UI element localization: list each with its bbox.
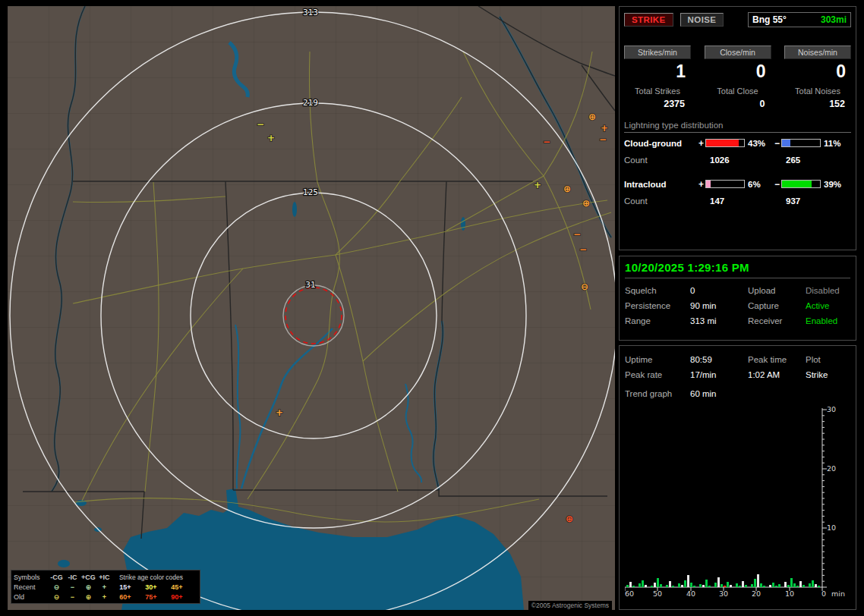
strike-marker: +: [267, 133, 275, 143]
total-close-value: 0: [705, 99, 771, 109]
ic-positive-bar: [705, 180, 745, 188]
upload-status: Disabled: [806, 283, 850, 298]
map-svg[interactable]: 313 219 125 31 −+⊕+−−+⊕⊕−−⊖+⊕: [8, 6, 615, 610]
app-window: 313 219 125 31 −+⊕+−−+⊕⊕−−⊖+⊕ Symbols -C…: [0, 0, 864, 616]
status-panel: 10/20/2025 1:29:16 PM Squelch 0 Upload D…: [619, 256, 856, 341]
legend-row-recent: Recent ⊖ − ⊕ + 15+ 30+ 45+: [14, 582, 197, 592]
age-badge-30: 30+: [138, 583, 164, 591]
noises-column: Noises/min 0 Total Noises 152: [784, 46, 851, 109]
legend-age-title: Strike age color codes: [112, 574, 190, 581]
cloud-ground-row: Cloud-ground + 43% − 11%: [624, 134, 851, 152]
legend-recent-label: Recent: [14, 583, 49, 591]
ring-label-31: 31: [305, 280, 315, 289]
cg-negative-count: 265: [781, 156, 821, 165]
count-label: Count: [624, 156, 697, 165]
bearing-value: Bng 55°: [752, 14, 787, 25]
strikes-column: Strikes/min 1 Total Strikes 2375: [624, 46, 691, 109]
ic-positive-count: 147: [705, 196, 745, 206]
y-tick-10: 10: [827, 523, 836, 532]
y-tick-30: 30: [827, 405, 836, 413]
legend-col-nic: -IC: [65, 574, 80, 581]
age-badge-75: 75+: [138, 593, 164, 601]
receiver-status: Enabled: [806, 313, 850, 328]
cg-negative-bar: [781, 139, 821, 147]
minus-icon: −: [65, 583, 80, 591]
legend-symbols-label: Symbols: [14, 574, 49, 581]
close-per-min-value: 0: [705, 61, 771, 84]
minus-sign: −: [773, 179, 781, 190]
intracloud-row: Intracloud + 6% − 39%: [624, 175, 851, 193]
circle-minus-icon: ⊖: [49, 583, 65, 591]
persistence-value: 90 min: [690, 298, 748, 313]
x-axis-unit: min: [831, 589, 845, 598]
squelch-value: 0: [690, 283, 748, 298]
strike-marker: ⊕: [588, 112, 596, 122]
noise-toggle-button[interactable]: NOISE: [680, 13, 724, 27]
strike-marker: ⊕: [582, 198, 590, 209]
trend-bars: [626, 574, 820, 587]
close-column: Close/min 0 Total Close 0: [705, 46, 771, 109]
x-tick-30: 30: [719, 589, 728, 598]
x-tick-20: 20: [752, 589, 761, 598]
cloud-ground-label: Cloud-ground: [624, 139, 697, 148]
trend-axis-ticks: [625, 410, 827, 591]
x-tick-50: 50: [653, 589, 662, 598]
total-close-label: Total Close: [705, 86, 771, 96]
cg-positive-count: 1026: [705, 156, 745, 165]
receiver-label: Receiver: [748, 313, 806, 328]
legend-row-old: Old ⊖ − ⊕ + 60+ 75+ 90+: [14, 592, 197, 602]
intracloud-label: Intracloud: [624, 180, 697, 189]
map-legend: Symbols -CG -IC +CG +IC Strike age color…: [11, 570, 200, 604]
squelch-label: Squelch: [625, 283, 690, 298]
total-strikes-label: Total Strikes: [624, 86, 691, 96]
persistence-label: Persistence: [625, 298, 690, 313]
map-area[interactable]: 313 219 125 31 −+⊕+−−+⊕⊕−−⊖+⊕ Symbols -C…: [8, 6, 615, 610]
plus-sign: +: [697, 138, 705, 149]
age-badge-45: 45+: [164, 583, 190, 591]
cg-positive-bar: [705, 139, 745, 147]
cg-positive-pct: 43%: [745, 139, 773, 148]
intracloud-count-row: Count 147 937: [624, 193, 851, 209]
strike-marker: ⊖: [581, 281, 588, 292]
y-tick-20: 20: [827, 464, 836, 473]
strike-marker: +: [276, 407, 283, 418]
cg-negative-pct: 11%: [821, 139, 848, 148]
count-label: Count: [624, 196, 697, 206]
strike-marker: −: [573, 229, 581, 240]
ring-label-313: 313: [303, 8, 318, 17]
copyright-text: ©2005 Astrogenic Systems: [528, 601, 612, 610]
plot-label: Plot: [806, 352, 850, 367]
ic-positive-pct: 6%: [745, 180, 773, 189]
datetime-display: 10/20/2025 1:29:16 PM: [625, 261, 850, 278]
ic-negative-bar: [781, 180, 821, 188]
circle-minus-icon: ⊖: [49, 593, 65, 601]
strikes-per-min-value: 1: [624, 61, 691, 84]
strike-marker: +: [601, 123, 608, 134]
ic-negative-pct: 39%: [821, 180, 848, 189]
circle-plus-icon: ⊕: [80, 583, 96, 591]
trend-panel: Uptime 80:59 Peak time Plot Peak rate 17…: [619, 345, 856, 610]
capture-status: Active: [806, 298, 850, 313]
strike-toggle-button[interactable]: STRIKE: [624, 13, 673, 27]
stats-panel: STRIKE NOISE Bng 55° 303mi Strikes/min 1…: [619, 6, 856, 250]
trend-duration-value: 60 min: [690, 389, 850, 398]
trend-chart: 30 20 10 60 50 40 30 20 10 0 min: [625, 405, 851, 601]
legend-col-pcg: +CG: [80, 574, 96, 581]
uptime-label: Uptime: [625, 352, 690, 367]
peak-rate-value: 17/min: [690, 367, 748, 382]
plus-sign: +: [697, 179, 705, 190]
legend-col-pic: +IC: [96, 574, 112, 581]
ic-negative-count: 937: [781, 196, 821, 206]
range-value: 313 mi: [690, 313, 748, 328]
plus-icon: +: [96, 583, 112, 591]
trend-graph-label: Trend graph: [625, 389, 690, 398]
strike-marker: −: [257, 119, 264, 130]
bearing-range-value: 303mi: [821, 14, 847, 25]
cloud-ground-count-row: Count 1026 265: [624, 152, 851, 168]
total-strikes-value: 2375: [624, 99, 691, 109]
strikes-per-min-button[interactable]: Strikes/min: [624, 46, 691, 59]
noises-per-min-button[interactable]: Noises/min: [784, 46, 851, 59]
close-per-min-button[interactable]: Close/min: [705, 46, 771, 59]
strike-marker: ⊕: [566, 514, 573, 524]
noises-per-min-value: 0: [784, 61, 851, 84]
